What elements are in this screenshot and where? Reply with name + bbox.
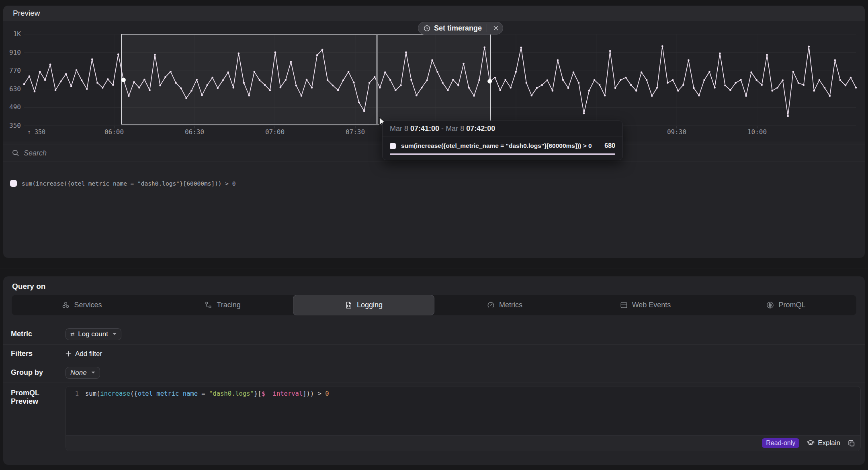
groupby-select[interactable]: None bbox=[66, 367, 100, 379]
chevron-down-icon bbox=[113, 333, 117, 335]
groupby-row: Group by None bbox=[3, 363, 865, 382]
promql-editor[interactable]: 1 sum(increase({otel_metric_name = "dash… bbox=[66, 386, 861, 451]
groupby-label: Group by bbox=[11, 368, 66, 377]
promql-preview-row: PromQL Preview 1 sum(increase({otel_metr… bbox=[3, 382, 865, 451]
close-icon[interactable] bbox=[491, 23, 501, 33]
metric-select[interactable]: ⇄ Log count bbox=[66, 328, 121, 340]
svg-text:07:00: 07:00 bbox=[265, 128, 285, 136]
svg-text:1K: 1K bbox=[13, 30, 21, 38]
svg-text:490: 490 bbox=[9, 103, 21, 111]
editor-footer: Read-only Explain bbox=[66, 435, 860, 451]
query-source-tabs: ServicesTracingLoggingMetricsWeb EventsP… bbox=[12, 295, 856, 315]
legend-swatch bbox=[10, 180, 17, 187]
tooltip-series-label: sum(increase({otel_metric_name = "dash0.… bbox=[401, 142, 599, 149]
tracing-icon bbox=[205, 301, 212, 309]
svg-text:350: 350 bbox=[9, 122, 21, 129]
tooltip-series-row: sum(increase({otel_metric_name = "dash0.… bbox=[383, 137, 622, 149]
graduation-cap-icon bbox=[807, 439, 815, 447]
logging-icon bbox=[345, 301, 352, 309]
chart-tooltip: Mar 8 07:41:00 - Mar 8 07:42:00 sum(incr… bbox=[382, 121, 623, 160]
query-form: Metric ⇄ Log count Filters Add filter Gr… bbox=[3, 324, 865, 451]
tab-logging[interactable]: Logging bbox=[293, 295, 434, 315]
search-placeholder: Search bbox=[24, 149, 47, 157]
clock-icon bbox=[424, 25, 430, 32]
chevron-down-icon bbox=[91, 371, 95, 374]
add-filter-button[interactable]: Add filter bbox=[66, 350, 102, 358]
section-divider bbox=[0, 268, 868, 268]
line-number: 1 bbox=[68, 390, 79, 397]
svg-text:07:30: 07:30 bbox=[346, 128, 365, 136]
tooltip-timerange: Mar 8 07:41:00 - Mar 8 07:42:00 bbox=[383, 121, 622, 137]
tab-promql[interactable]: PromQL bbox=[716, 295, 856, 315]
code-line: 1 sum(increase({otel_metric_name = "dash… bbox=[66, 386, 860, 397]
tooltip-end-time: 07:42:00 bbox=[466, 125, 495, 133]
explain-button[interactable]: Explain bbox=[807, 439, 840, 447]
metrics-icon bbox=[487, 301, 495, 309]
svg-text:910: 910 bbox=[9, 49, 21, 56]
copy-icon[interactable] bbox=[848, 439, 855, 447]
svg-text:09:30: 09:30 bbox=[667, 128, 686, 136]
tab-web-events[interactable]: Web Events bbox=[575, 295, 716, 315]
legend-item[interactable]: sum(increase({otel_metric_name = "dash0.… bbox=[10, 180, 236, 187]
readonly-badge: Read-only bbox=[762, 438, 799, 448]
tooltip-start-date: Mar 8 bbox=[390, 125, 408, 133]
tab-metrics[interactable]: Metrics bbox=[434, 295, 575, 315]
svg-text:630: 630 bbox=[9, 85, 21, 93]
set-timerange-button[interactable]: Set timerange bbox=[418, 22, 503, 35]
preview-title: Preview bbox=[13, 9, 40, 18]
preview-header: Preview bbox=[3, 6, 865, 21]
tooltip-start-time: 07:41:00 bbox=[410, 125, 439, 133]
selection-edge-dot bbox=[121, 78, 126, 82]
tooltip-end-date: Mar 8 bbox=[446, 125, 464, 133]
svg-text:06:30: 06:30 bbox=[185, 128, 204, 136]
selection-edge-dot bbox=[487, 79, 492, 84]
svg-text:↑ 350: ↑ 350 bbox=[27, 129, 45, 136]
legend-label: sum(increase({otel_metric_name = "dash0.… bbox=[22, 180, 236, 187]
metric-row: Metric ⇄ Log count bbox=[3, 324, 865, 345]
promql-preview-label: PromQL Preview bbox=[11, 386, 66, 406]
metric-label: Metric bbox=[11, 330, 66, 338]
filters-label: Filters bbox=[11, 349, 66, 358]
set-timerange-label: Set timerange bbox=[434, 24, 483, 33]
svg-text:06:00: 06:00 bbox=[104, 128, 124, 136]
svg-text:770: 770 bbox=[9, 67, 21, 74]
divider bbox=[487, 24, 487, 32]
plus-icon bbox=[66, 351, 72, 357]
query-panel: Query on ServicesTracingLoggingMetricsWe… bbox=[3, 276, 865, 465]
promql-expression: sum(increase({otel_metric_name = "dash0.… bbox=[85, 390, 329, 397]
svg-text:10:00: 10:00 bbox=[747, 128, 767, 136]
tooltip-series-underline bbox=[390, 153, 615, 155]
promql-icon bbox=[766, 301, 774, 309]
web-events-icon bbox=[620, 301, 628, 309]
tooltip-series-value: 680 bbox=[604, 142, 615, 149]
services-icon bbox=[62, 301, 70, 309]
tooltip-series-swatch bbox=[390, 143, 396, 149]
filters-row: Filters Add filter bbox=[3, 345, 865, 363]
search-icon bbox=[12, 149, 19, 157]
tab-tracing[interactable]: Tracing bbox=[152, 295, 293, 315]
query-on-title: Query on bbox=[12, 282, 45, 291]
swap-icon: ⇄ bbox=[70, 331, 74, 337]
tab-services[interactable]: Services bbox=[12, 295, 152, 315]
